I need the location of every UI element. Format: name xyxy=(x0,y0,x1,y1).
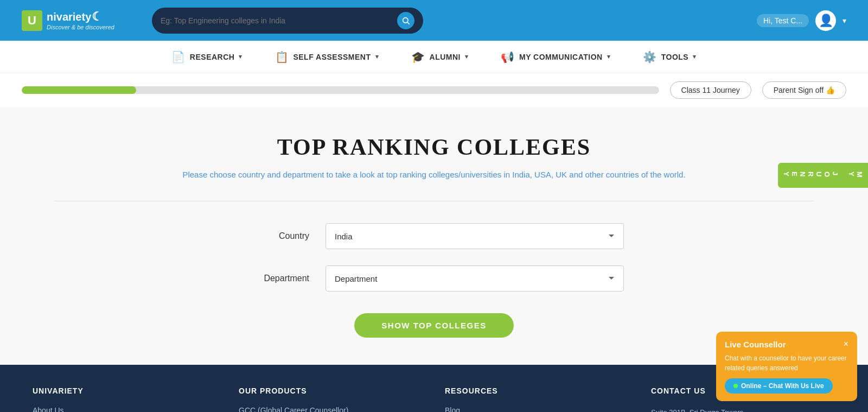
tools-icon: ⚙️ xyxy=(643,50,657,64)
footer-link-blog[interactable]: Blog xyxy=(445,406,629,412)
page-subtitle: Please choose country and department to … xyxy=(22,170,846,179)
country-label: Country xyxy=(244,231,309,241)
header: U nivariety ☾ Discover & be discovered H… xyxy=(0,0,868,41)
self-assessment-icon: 📋 xyxy=(275,50,289,64)
main-content: TOP RANKING COLLEGES Please choose count… xyxy=(0,107,868,365)
progress-bar-fill xyxy=(22,86,136,94)
nav-label-self-assessment: SELF ASSESSMENT xyxy=(293,53,371,61)
tools-chevron-icon: ▾ xyxy=(693,53,697,60)
page-title: TOP RANKING COLLEGES xyxy=(22,134,846,160)
class11-journey-label: Class 11 Journey xyxy=(681,86,740,94)
footer-address: Suite 301B, Sri Durga Towers,Road No. 10… xyxy=(651,406,835,412)
research-icon: 📄 xyxy=(171,50,186,64)
class11-journey-button[interactable]: Class 11 Journey xyxy=(670,81,751,99)
svg-line-1 xyxy=(407,22,410,24)
nav-item-alumni[interactable]: 🎓 ALUMNI ▾ xyxy=(411,50,468,64)
country-row: Country India USA UK Australia Canada xyxy=(244,223,624,249)
my-journey-label: MYJOURNEY xyxy=(782,172,864,179)
header-right: Hi, Test C... 👤 ▾ xyxy=(757,10,846,31)
my-journey-sidebar[interactable]: MYJOURNEY xyxy=(778,163,868,188)
bird-icon: ☾ xyxy=(92,10,103,23)
live-counsellor-header: Live Counsellor × xyxy=(725,339,848,349)
footer-col-univariety: UNIVARIETY About Us Guidance Solutions xyxy=(33,386,217,412)
nav-label-alumni: ALUMNI xyxy=(430,53,461,61)
nav-label-tools: TOOLS xyxy=(661,53,688,61)
country-select[interactable]: India USA UK Australia Canada xyxy=(326,223,624,249)
live-chat-button[interactable]: Online – Chat With Us Live xyxy=(725,378,833,394)
progress-area: Class 11 Journey Parent Sign off 👍 xyxy=(0,73,868,107)
parent-signoff-button[interactable]: Parent Sign off 👍 xyxy=(762,81,846,99)
nav-label-research: RESEARCH xyxy=(190,53,235,61)
footer-resources-title: RESOURCES xyxy=(445,386,629,395)
search-button[interactable] xyxy=(397,12,414,29)
progress-bar-container xyxy=(22,86,659,94)
department-select[interactable]: Department Engineering Medical Arts Comm… xyxy=(326,265,624,291)
live-counsellor-title: Live Counsellor xyxy=(725,340,786,349)
form-area: Country India USA UK Australia Canada De… xyxy=(244,223,624,338)
research-chevron-icon: ▾ xyxy=(239,53,242,60)
nav-item-self-assessment[interactable]: 📋 SELF ASSESSMENT ▾ xyxy=(275,50,379,64)
communication-chevron-icon: ▾ xyxy=(607,53,611,60)
live-counsellor-close-button[interactable]: × xyxy=(844,339,848,349)
avatar[interactable]: 👤 xyxy=(815,10,836,31)
logo-text-area: nivariety ☾ Discover & be discovered xyxy=(47,10,114,30)
footer-grid: UNIVARIETY About Us Guidance Solutions O… xyxy=(33,386,835,412)
department-row: Department Department Engineering Medica… xyxy=(244,265,624,291)
logo-tagline: Discover & be discovered xyxy=(47,24,114,30)
footer-products-title: OUR PRODUCTS xyxy=(239,386,423,395)
alumni-icon: 🎓 xyxy=(411,50,425,64)
logo-icon: U xyxy=(22,10,42,31)
footer-col-resources: RESOURCES Blog xyxy=(445,386,629,412)
user-name: Hi, Test C... xyxy=(757,14,809,27)
footer-col-products: OUR PRODUCTS GCC (Global Career Counsell… xyxy=(239,386,423,412)
divider xyxy=(54,201,814,201)
show-top-colleges-button[interactable]: SHOW TOP COLLEGES xyxy=(354,313,513,338)
footer-univariety-title: UNIVARIETY xyxy=(33,386,217,395)
live-counsellor-text: Chat with a counsellor to have your care… xyxy=(725,353,848,373)
nav-item-communication[interactable]: 📢 MY COMMUNICATION ▾ xyxy=(501,50,610,64)
footer-link-about-us[interactable]: About Us xyxy=(33,406,217,412)
communication-icon: 📢 xyxy=(501,50,515,64)
self-assessment-chevron-icon: ▾ xyxy=(375,53,379,60)
logo-letter: U xyxy=(28,14,36,28)
logo-area: U nivariety ☾ Discover & be discovered xyxy=(22,10,136,31)
search-bar[interactable] xyxy=(152,8,423,34)
chevron-down-icon[interactable]: ▾ xyxy=(843,16,846,25)
nav-item-research[interactable]: 📄 RESEARCH ▾ xyxy=(171,50,242,64)
department-label: Department xyxy=(244,274,309,283)
nav-label-communication: MY COMMUNICATION xyxy=(519,53,603,61)
navbar: 📄 RESEARCH ▾ 📋 SELF ASSESSMENT ▾ 🎓 ALUMN… xyxy=(0,41,868,73)
live-chat-label: Online – Chat With Us Live xyxy=(741,382,824,390)
search-input[interactable] xyxy=(161,16,392,25)
logo-name: nivariety ☾ xyxy=(47,10,114,23)
live-counsellor-widget: Live Counsellor × Chat with a counsellor… xyxy=(716,332,857,401)
alumni-chevron-icon: ▾ xyxy=(465,53,469,60)
svg-point-0 xyxy=(403,17,408,22)
nav-item-tools[interactable]: ⚙️ TOOLS ▾ xyxy=(643,50,696,64)
online-indicator xyxy=(733,384,738,388)
footer-link-gcc[interactable]: GCC (Global Career Counsellor) xyxy=(239,406,423,412)
parent-signoff-label: Parent Sign off 👍 xyxy=(774,86,835,94)
